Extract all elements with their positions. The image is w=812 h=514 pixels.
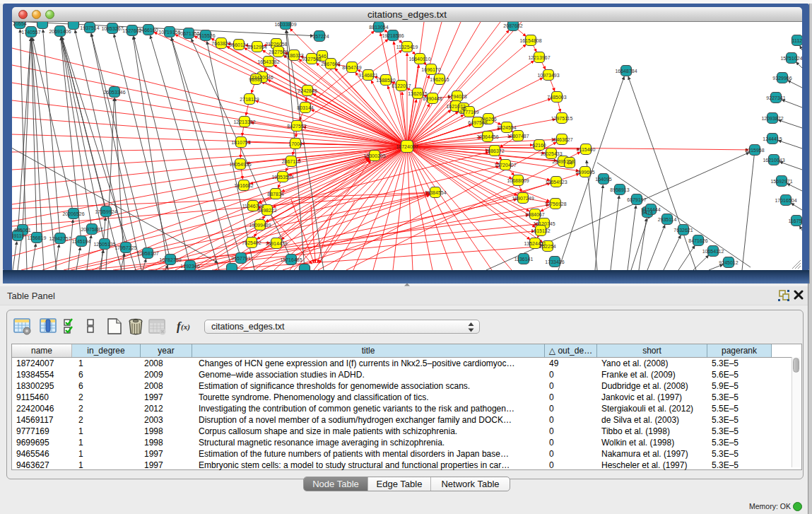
svg-text:1244415: 1244415 <box>763 136 782 141</box>
svg-text:20554: 20554 <box>13 22 27 26</box>
svg-text:16120745: 16120745 <box>533 221 555 226</box>
svg-text:116753: 116753 <box>789 218 802 223</box>
svg-text:16463627: 16463627 <box>551 137 572 142</box>
svg-text:10688609: 10688609 <box>507 178 529 183</box>
svg-text:2867110: 2867110 <box>282 159 301 164</box>
svg-text:7485003: 7485003 <box>547 95 566 100</box>
svg-text:20206526: 20206526 <box>62 211 84 216</box>
svg-text:9777169: 9777169 <box>459 110 478 115</box>
svg-text:8186323: 8186323 <box>284 53 303 58</box>
svg-text:803144: 803144 <box>297 105 313 110</box>
svg-text:19054935: 19054935 <box>229 162 251 167</box>
svg-text:7886372: 7886372 <box>485 148 504 153</box>
svg-text:1112: 1112 <box>792 38 802 43</box>
svg-text:12505135: 12505135 <box>93 242 115 247</box>
svg-text:6794028: 6794028 <box>447 94 466 99</box>
svg-text:26053346: 26053346 <box>103 90 125 95</box>
svg-text:7625402: 7625402 <box>242 240 261 245</box>
svg-text:887834: 887834 <box>267 192 283 197</box>
svg-text:885061: 885061 <box>14 228 30 233</box>
svg-text:1733426: 1733426 <box>545 259 564 264</box>
svg-text:9474444: 9474444 <box>641 207 660 212</box>
svg-text:8471626: 8471626 <box>688 238 707 243</box>
svg-text:10853267: 10853267 <box>101 26 123 31</box>
svg-text:546: 546 <box>318 54 326 59</box>
svg-text:746266: 746266 <box>480 117 496 122</box>
svg-text:9115460: 9115460 <box>577 147 596 152</box>
svg-text:2935114: 2935114 <box>658 217 677 222</box>
svg-text:15716485: 15716485 <box>280 257 302 262</box>
svg-text:8958913: 8958913 <box>610 187 629 192</box>
svg-text:9146821: 9146821 <box>358 73 377 78</box>
svg-text:17004: 17004 <box>288 141 302 146</box>
svg-text:11325419: 11325419 <box>396 45 418 49</box>
svg-text:5498222: 5498222 <box>257 208 276 213</box>
svg-text:164095: 164095 <box>595 177 611 182</box>
svg-text:6879197: 6879197 <box>627 197 646 202</box>
svg-text:8454749: 8454749 <box>342 65 361 70</box>
svg-text:3824554: 3824554 <box>497 125 516 130</box>
svg-text:9227341: 9227341 <box>766 95 785 100</box>
svg-text:16914479: 16914479 <box>265 241 287 246</box>
svg-text:19384554: 19384554 <box>424 190 446 195</box>
svg-text:8912954: 8912954 <box>247 45 266 49</box>
svg-text:1136141: 1136141 <box>514 257 534 262</box>
svg-text:1156819: 1156819 <box>28 235 47 240</box>
svg-text:1362615: 1362615 <box>408 91 427 96</box>
svg-text:19218586: 19218586 <box>382 33 404 38</box>
svg-text:17016504: 17016504 <box>775 198 796 203</box>
svg-text:15692971: 15692971 <box>770 179 792 184</box>
svg-text:10958107: 10958107 <box>136 251 158 256</box>
svg-text:7357224: 7357224 <box>310 34 329 39</box>
svg-text:16648784: 16648784 <box>615 69 637 74</box>
svg-text:16640910: 16640910 <box>408 57 430 62</box>
svg-text:7663822: 7663822 <box>211 41 230 46</box>
svg-text:16033809: 16033809 <box>274 22 296 27</box>
svg-text:9660124: 9660124 <box>229 42 248 47</box>
svg-text:1588520: 1588520 <box>376 78 395 83</box>
svg-text:17359924: 17359924 <box>95 209 117 214</box>
svg-text:2867608: 2867608 <box>321 62 340 66</box>
svg-text:1145194: 1145194 <box>72 239 91 244</box>
svg-text:9699695: 9699695 <box>575 170 594 175</box>
svg-text:10756928: 10756928 <box>544 201 566 206</box>
svg-text:1292346: 1292346 <box>180 264 199 269</box>
svg-text:19654923: 19654923 <box>545 180 567 185</box>
svg-text:18300295: 18300295 <box>363 153 385 158</box>
svg-text:1916682: 1916682 <box>234 183 253 188</box>
svg-text:1810753: 1810753 <box>231 140 250 145</box>
svg-text:20364456: 20364456 <box>476 134 498 139</box>
svg-text:8990448: 8990448 <box>423 96 442 101</box>
svg-text:16154808: 16154808 <box>519 38 541 43</box>
svg-text:9329966: 9329966 <box>772 76 792 81</box>
svg-text:8122017: 8122017 <box>392 83 411 88</box>
svg-text:21226058: 21226058 <box>265 42 287 47</box>
svg-text:16782759: 16782759 <box>159 257 181 262</box>
svg-text:10025433: 10025433 <box>540 151 562 156</box>
svg-text:16210043: 16210043 <box>763 158 784 163</box>
svg-text:2718129: 2718129 <box>240 97 259 102</box>
svg-text:252254: 252254 <box>539 244 555 249</box>
svg-text:19353594: 19353594 <box>271 175 293 180</box>
svg-text:44: 44 <box>567 160 572 165</box>
svg-text:9084067: 9084067 <box>525 212 544 217</box>
svg-text:62160: 62160 <box>532 143 546 148</box>
svg-text:15720407: 15720407 <box>494 163 516 168</box>
svg-text:98981: 98981 <box>249 77 263 82</box>
svg-text:7515526: 7515526 <box>196 33 215 38</box>
svg-text:20691406: 20691406 <box>49 29 71 34</box>
svg-text:39119: 39119 <box>12 233 25 238</box>
svg-text:12093872: 12093872 <box>761 116 783 121</box>
svg-text:20975887: 20975887 <box>81 227 102 232</box>
svg-text:9245012: 9245012 <box>719 260 738 265</box>
svg-text:10654112: 10654112 <box>702 249 724 254</box>
svg-text:18724007: 18724007 <box>396 144 418 149</box>
svg-text:17957225: 17957225 <box>114 245 136 250</box>
svg-text:1615132: 1615132 <box>531 228 550 233</box>
svg-text:10807487: 10807487 <box>507 134 529 139</box>
svg-text:10973493: 10973493 <box>537 73 559 78</box>
svg-text:2087682: 2087682 <box>503 23 522 28</box>
svg-text:7632621: 7632621 <box>673 228 693 233</box>
svg-text:18907249: 18907249 <box>512 196 534 201</box>
svg-text:12975115: 12975115 <box>551 116 573 121</box>
